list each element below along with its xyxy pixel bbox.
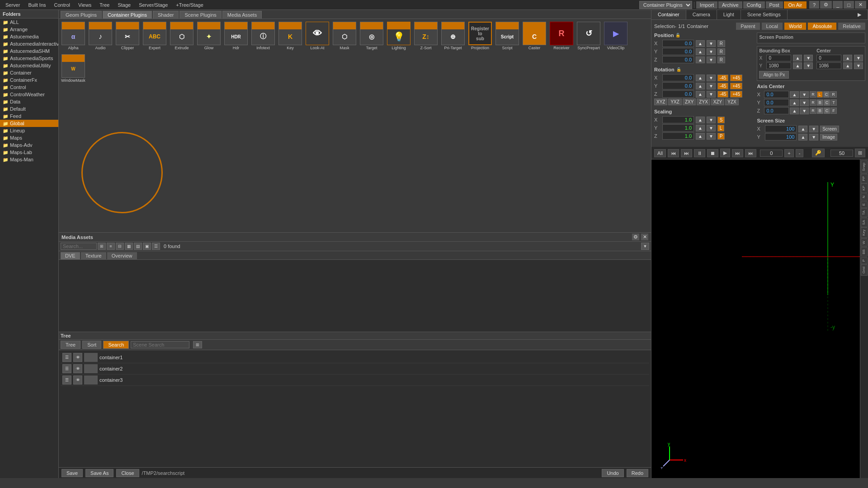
rot-y-pos[interactable]: +45 xyxy=(730,83,742,89)
pos-y-down[interactable]: ▼ xyxy=(707,48,716,55)
help-button[interactable]: ? xyxy=(809,1,819,9)
media-btn-3[interactable]: ⊟ xyxy=(116,243,124,250)
menu-treestage[interactable]: +Tree/Stage xyxy=(172,1,207,9)
axis-x-up[interactable]: ▲ xyxy=(790,91,799,98)
rot-yzx[interactable]: YZX xyxy=(725,99,738,105)
rot-y-neg[interactable]: -45 xyxy=(717,83,728,89)
vs-snap[interactable]: Snap xyxy=(861,160,868,174)
bb-y-input[interactable] xyxy=(766,62,791,69)
coord-local[interactable]: Local xyxy=(762,23,783,30)
bb-y-down[interactable]: ▼ xyxy=(804,62,813,69)
axis-y-up[interactable]: ▲ xyxy=(790,99,799,106)
pos-z-up[interactable]: ▲ xyxy=(696,56,705,63)
media-tab-overview[interactable]: Overview xyxy=(107,252,137,259)
axis-x-r[interactable]: R xyxy=(810,91,816,98)
media-btn-7[interactable]: ☰ xyxy=(152,243,160,250)
axis-y-t[interactable]: T xyxy=(830,99,837,106)
media-close-btn[interactable]: ✕ xyxy=(641,234,648,240)
pos-y-up[interactable]: ▲ xyxy=(696,48,705,55)
scale-z-down[interactable]: ▼ xyxy=(707,133,716,140)
tl-grid-toggle[interactable]: ⊞ xyxy=(855,149,865,157)
folder-maps-man[interactable]: 📁Maps-Man xyxy=(0,156,58,163)
rot-z-pos[interactable]: +45 xyxy=(730,91,742,98)
scale-z-input[interactable] xyxy=(662,132,694,140)
pos-x-input[interactable] xyxy=(662,40,694,47)
folder-astucemedia-interactive[interactable]: 📁AstucemediaInteractive xyxy=(0,40,58,47)
vs-p[interactable]: P xyxy=(861,257,868,264)
pos-z-down[interactable]: ▼ xyxy=(707,56,716,63)
plugin-hdr[interactable]: HDR Hdr xyxy=(223,21,249,52)
tree-row[interactable]: ☰ 👁 container1 xyxy=(61,352,649,363)
scale-x-up[interactable]: ▲ xyxy=(696,117,705,123)
center-x-up[interactable]: ▲ xyxy=(843,55,852,61)
tab-shader[interactable]: Shader xyxy=(153,11,179,19)
axis-y-r[interactable]: R xyxy=(810,99,816,106)
redo-button[interactable]: Redo xyxy=(627,469,648,477)
rot-x-up[interactable]: ▲ xyxy=(696,75,705,81)
ss-y-up[interactable]: ▲ xyxy=(798,134,807,141)
vs-pp[interactable]: PP xyxy=(861,174,868,183)
vs-w[interactable]: W xyxy=(861,239,868,247)
expand-btn[interactable]: ▶ xyxy=(851,10,868,19)
plugin-glow[interactable]: ✦ Glow xyxy=(196,21,222,52)
archive-button[interactable]: Archive xyxy=(718,1,742,9)
plugin-mask[interactable]: ⬡ Mask xyxy=(332,21,357,52)
vs-sa[interactable]: SA xyxy=(861,218,868,227)
folder-astucemedia-utility[interactable]: 📁AstucemediaUtility xyxy=(0,62,58,69)
pos-y-input[interactable] xyxy=(662,48,694,55)
ss-y-down[interactable]: ▼ xyxy=(809,134,818,141)
pos-y-r[interactable]: R xyxy=(717,48,725,55)
ss-x-screen[interactable]: Screen xyxy=(820,126,839,132)
right-tab-light[interactable]: Light xyxy=(717,10,741,19)
media-filter-btn[interactable]: ▼ xyxy=(641,243,649,250)
tl-speed-input[interactable] xyxy=(830,150,853,157)
plugin-windowmask[interactable]: W WindowMask xyxy=(61,53,86,84)
media-btn-5[interactable]: ▤ xyxy=(134,243,142,250)
viewport[interactable]: All ⏮ ⏭ ⏸ ⏹ ▶ ⏭ ⏭ + - 🔑 ⊞ xyxy=(651,147,868,478)
right-tab-container[interactable]: Container xyxy=(651,10,686,19)
undo-button[interactable]: Undo xyxy=(602,469,623,477)
bb-y-up[interactable]: ▲ xyxy=(793,62,802,69)
tl-step-fwd-btn[interactable]: ⏭ xyxy=(732,149,743,157)
axis-z-c[interactable]: C xyxy=(824,108,830,114)
axis-x-down[interactable]: ▼ xyxy=(800,91,809,98)
rot-z-neg[interactable]: -45 xyxy=(717,91,728,98)
folder-astucemedia-sports[interactable]: 📁AstucemediaSports xyxy=(0,55,58,62)
tl-play-btn[interactable]: ▶ xyxy=(720,149,730,157)
save-as-button[interactable]: Save As xyxy=(85,469,113,477)
rot-y-input[interactable] xyxy=(662,82,694,89)
menu-views[interactable]: Views xyxy=(75,1,95,9)
axis-z-b[interactable]: B xyxy=(817,108,823,114)
axis-x-c[interactable]: C xyxy=(823,91,830,98)
folder-astucemedia-shm[interactable]: 📁AstucemediaSHM xyxy=(0,47,58,55)
plugin-infotext[interactable]: ⓘ Infotext xyxy=(250,21,276,52)
rot-x-down[interactable]: ▼ xyxy=(707,75,716,81)
center-y-up[interactable]: ▲ xyxy=(843,62,852,69)
right-tab-scene-settings[interactable]: Scene Settings xyxy=(741,10,788,19)
tree-search-input[interactable] xyxy=(131,341,189,348)
tl-all-btn[interactable]: All xyxy=(654,149,666,157)
plugin-zsort[interactable]: Z↕ Z-Sort xyxy=(413,21,439,52)
vs-e[interactable]: E xyxy=(861,201,868,208)
coord-absolute[interactable]: Absolute xyxy=(808,23,836,30)
tree-icon-btn[interactable]: ⊞ xyxy=(193,341,202,348)
tree-row-3[interactable]: ☰ 👁 container3 xyxy=(61,375,649,386)
scale-y-input[interactable] xyxy=(662,124,694,131)
axis-y-b[interactable]: B xyxy=(817,99,823,106)
scale-x-s[interactable]: S xyxy=(717,117,725,123)
folder-containerfx[interactable]: 📁ContainerFx xyxy=(0,76,58,84)
bb-x-input[interactable] xyxy=(766,55,791,61)
media-tab-dve[interactable]: DVE xyxy=(61,252,80,259)
axis-z-f[interactable]: F xyxy=(830,108,837,114)
plugin-audio[interactable]: ♪ Audio xyxy=(88,21,113,52)
bb-x-up[interactable]: ▲ xyxy=(793,55,802,61)
folder-all[interactable]: 📁ALL xyxy=(0,19,58,26)
close-button[interactable]: Close xyxy=(116,469,139,477)
media-btn-4[interactable]: ▦ xyxy=(125,243,133,250)
tab-media-assets[interactable]: Media Assets xyxy=(222,11,262,19)
bb-x-down[interactable]: ▼ xyxy=(804,55,813,61)
viewport-3d[interactable]: Y x -y x y xyxy=(651,160,868,478)
scale-y-l[interactable]: L xyxy=(717,125,725,131)
plugin-pritarget[interactable]: ⊕ Pri-Target xyxy=(440,21,466,52)
tl-step-back-btn[interactable]: ⏭ xyxy=(681,149,692,157)
